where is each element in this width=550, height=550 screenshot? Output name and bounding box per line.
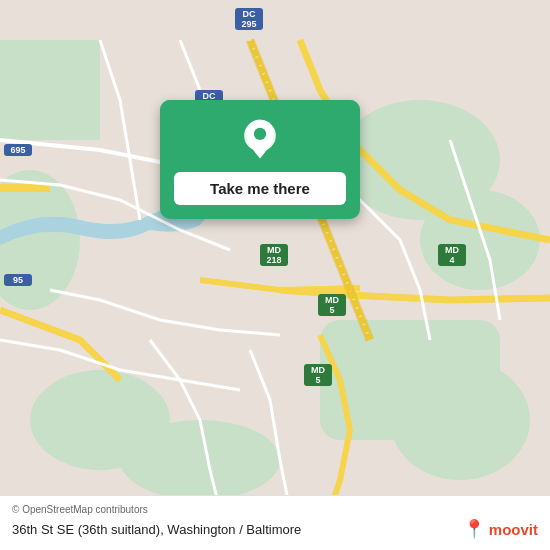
svg-rect-9 — [0, 184, 50, 192]
bottom-location-row: 36th St SE (36th suitland), Washington /… — [12, 518, 538, 540]
svg-point-8 — [390, 360, 530, 480]
moovit-logo: 📍 moovit — [463, 518, 538, 540]
location-pin-icon — [238, 118, 282, 162]
popup-icon-area — [160, 100, 360, 172]
popup-card: Take me there — [160, 100, 360, 219]
map-container: DC 295 DC 295 MD 218 MD 4 MD 5 MD 5 695 … — [0, 0, 550, 550]
bottom-bar: © OpenStreetMap contributors 36th St SE … — [0, 495, 550, 550]
map-background — [0, 0, 550, 550]
attribution-text: © OpenStreetMap contributors — [12, 504, 538, 515]
svg-rect-7 — [0, 40, 100, 140]
moovit-pin-icon: 📍 — [463, 518, 485, 540]
location-label: 36th St SE (36th suitland), Washington /… — [12, 522, 301, 537]
take-me-there-button[interactable]: Take me there — [174, 172, 346, 205]
svg-point-2 — [420, 190, 540, 290]
svg-point-5 — [120, 420, 280, 500]
svg-point-11 — [254, 128, 266, 140]
moovit-brand-text: moovit — [489, 521, 538, 538]
